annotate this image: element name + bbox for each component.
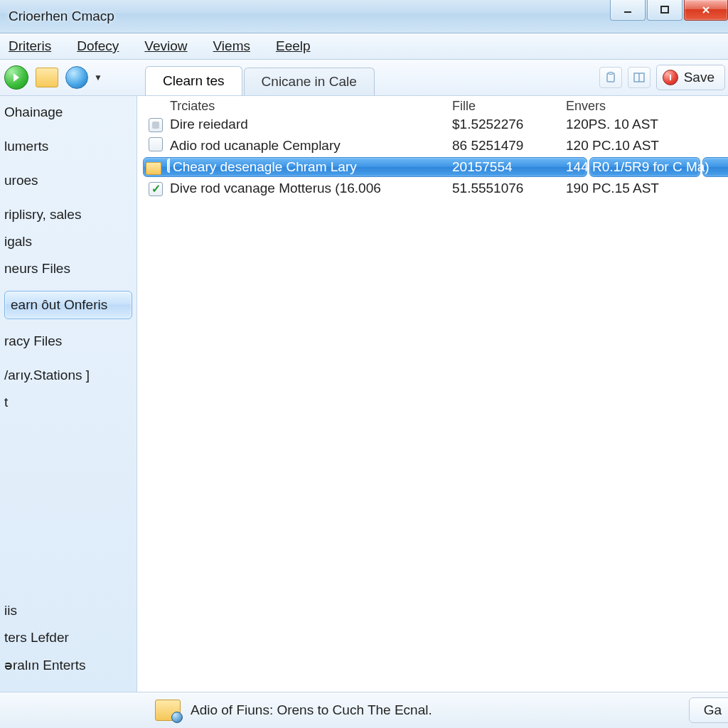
table-row[interactable]: Dive rod vcanage Motterus (16.006 51.555… [137, 178, 728, 199]
sidebar-item-uroes[interactable]: uroes [0, 167, 136, 194]
title-bar: Crioerhen Cmacp [0, 0, 728, 33]
col-header-name[interactable]: Trciates [170, 99, 452, 114]
folder-icon [146, 162, 161, 175]
open-folder-button[interactable] [36, 68, 58, 87]
sidebar-item-neurs[interactable]: neurs Files [0, 255, 136, 282]
save-button[interactable]: Save [656, 65, 725, 90]
status-bar: Adio of Fiuns: Orens to Cuch The Ecnal. … [0, 692, 728, 728]
window-title: Crioerhen Cmacp [9, 9, 114, 24]
status-text: Adio of Fiuns: Orens to Cuch The Ecnal. [191, 702, 432, 718]
sidebar-item-riplisry[interactable]: riplisry, sales [0, 201, 136, 228]
tab-label: Clearn tes [163, 73, 225, 89]
cell-fille: $1.5252276 [452, 117, 566, 132]
sidebar-item-t[interactable]: t [0, 389, 136, 416]
cell-fille: 51.5551076 [452, 181, 566, 196]
table-row-selected[interactable]: Cheary desenagle Chram Lary 20157554 144… [137, 156, 728, 178]
row-checkbox[interactable] [149, 137, 163, 151]
sidebar-item-lumerts[interactable]: lumerts [0, 133, 136, 160]
cell-fille: 86 5251479 [452, 138, 566, 154]
menu-eeelp[interactable]: Eeelp [272, 36, 315, 57]
panel-icon[interactable] [628, 67, 651, 88]
stop-icon [663, 70, 678, 85]
dropdown-arrow-icon[interactable]: ▼ [94, 73, 102, 82]
sidebar-item-igals[interactable]: igals [0, 228, 136, 255]
menu-veviow[interactable]: Veviow [140, 36, 191, 57]
cell-env: 120PS. 10 AST [566, 117, 722, 132]
row-checkbox[interactable] [149, 182, 163, 196]
sidebar-item-enterts[interactable]: əralın Enterts [0, 651, 136, 679]
tab-clearn-tes[interactable]: Clearn tes [145, 66, 242, 95]
cell-name: Adio rod ucanaple Cemplary [170, 138, 452, 154]
menu-bar: Driteris Dofecy Veviow Viems Eeelp [0, 33, 728, 60]
status-folder-icon [155, 700, 181, 721]
svg-rect-3 [609, 73, 613, 75]
save-label: Save [684, 70, 714, 85]
minimize-button[interactable] [610, 0, 646, 21]
cell-name: Dive rod vcanage Motterus (16.006 [170, 181, 452, 196]
sidebar-item-stations[interactable]: /arıy.Stations ] [0, 362, 136, 389]
sidebar-item-racy-files[interactable]: racy Files [0, 328, 136, 355]
table-row[interactable]: Dire reiedard $1.5252276 120PS. 10 AST [137, 114, 728, 135]
clipboard-icon[interactable] [599, 67, 622, 88]
svg-rect-1 [661, 6, 668, 13]
menu-viems[interactable]: Viems [209, 36, 255, 57]
col-header-envers[interactable]: Envers [566, 99, 722, 114]
globe-button[interactable] [65, 66, 88, 89]
sidebar-item-ohainage[interactable]: Ohainage [0, 99, 136, 126]
table-row[interactable]: Adio rod ucanaple Cemplary 86 5251479 12… [137, 135, 728, 156]
svg-rect-0 [624, 11, 631, 13]
file-table: Trciates Fille Envers Dire reiedard $1.5… [137, 96, 728, 199]
toolbar: ▼ Clearn tes Cnicane in Cale Save [0, 60, 728, 96]
cell-env: 190 PC.15 AST [566, 181, 722, 196]
forward-button[interactable] [4, 65, 28, 90]
sidebar: Ohainage lumerts uroes riplisry, sales i… [0, 96, 137, 693]
row-checkbox[interactable] [149, 118, 163, 132]
tab-label: Cnicane in Cale [262, 74, 357, 90]
menu-driteris[interactable]: Driteris [4, 36, 55, 57]
sidebar-item-iis[interactable]: iis [0, 597, 136, 624]
maximize-button[interactable] [647, 0, 682, 21]
cell-name: Cheary desenagle Chram Lary [170, 159, 452, 175]
main-panel: Trciates Fille Envers Dire reiedard $1.5… [137, 96, 728, 693]
ga-button[interactable]: Ga [689, 697, 728, 723]
tab-strip: Clearn tes Cnicane in Cale [145, 60, 376, 95]
col-header-fille[interactable]: Fille [452, 99, 566, 114]
sidebar-item-earn-onferis[interactable]: earn ôut Onferis [4, 291, 132, 319]
tab-cnicane[interactable]: Cnicane in Cale [244, 68, 375, 95]
ga-label: Ga [704, 702, 722, 718]
menu-dofecy[interactable]: Dofecy [73, 36, 123, 57]
cell-fille: 20157554 [452, 159, 566, 175]
sidebar-item-lefder[interactable]: ters Lefder [0, 624, 136, 651]
table-header: Trciates Fille Envers [137, 96, 728, 114]
cell-name: Dire reiedard [170, 117, 452, 132]
cell-env: 120 PC.10 AST [566, 138, 722, 154]
cell-env: 144 R0.1/5R9 for C Ma) [566, 159, 722, 175]
close-button[interactable] [684, 0, 728, 21]
